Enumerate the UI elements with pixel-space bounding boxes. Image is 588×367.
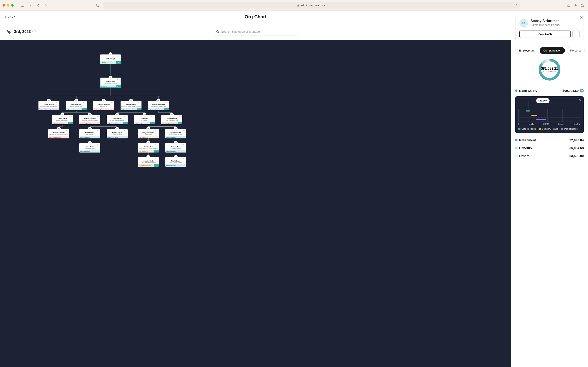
node-icons: ▦ ⋯ xyxy=(97,116,100,117)
close-panel-button[interactable] xyxy=(579,15,584,20)
tab-personal[interactable]: Personal xyxy=(567,47,585,54)
new-tab-icon[interactable] xyxy=(573,2,579,8)
profile-name: Stacey A Hartman xyxy=(530,19,560,23)
org-node-jm[interactable]: JM▦ ⋯Jennifer MataSenior Director of Dat… xyxy=(138,143,159,152)
close-chart-button[interactable] xyxy=(579,99,582,102)
node-reports-badge[interactable]: 19 » xyxy=(116,85,120,87)
node-dept: Executive xyxy=(100,61,116,64)
node-role: Machine Learning Operations Engineer xyxy=(49,134,68,135)
org-node-jr[interactable]: JR▦ ⋯Jeremiah ReynoldsDirector of Produc… xyxy=(79,115,100,124)
back-button[interactable]: BACK xyxy=(4,15,16,18)
reload-icon[interactable] xyxy=(514,3,518,7)
dropdown-icon[interactable] xyxy=(27,2,33,8)
node-role: Senior Director of Data Feeds xyxy=(149,106,168,107)
org-node-th[interactable]: TH▦ ⋯Tina HubbardSenior Software Enginee… xyxy=(165,157,186,167)
node-reports-badge[interactable]: 8 » xyxy=(137,108,142,110)
org-node-sw[interactable]: SW▦ ⋯Sharon WuIT ManagerEngineering IT1 … xyxy=(134,115,155,124)
org-node-md[interactable]: MD▦ ⋯Maria DuncanSales Engineer IIEngine… xyxy=(79,129,100,138)
maximize-window[interactable] xyxy=(11,4,14,7)
node-avatar: JC xyxy=(109,52,112,56)
minimize-window[interactable] xyxy=(7,4,9,7)
row-base-salary[interactable]: Base Salary $69,994.69 xyxy=(515,86,584,95)
node-name: Tina Hubbard xyxy=(166,160,185,162)
node-icons: ▦ ⋯ xyxy=(124,116,127,117)
close-window[interactable] xyxy=(3,4,5,7)
node-icons: ▦ ⋯ xyxy=(138,101,141,103)
row-benefits[interactable]: Benefits $6,094.68 xyxy=(515,144,584,152)
org-node-aj[interactable]: AJ▦ ⋯Ashley JohnsonChief Information Sec… xyxy=(38,101,60,110)
node-icons: ▦ ⋯ xyxy=(56,101,59,103)
node-reports-badge[interactable]: 6 » xyxy=(164,108,169,110)
svg-rect-0 xyxy=(21,4,24,7)
donut-label: 2023 Rewards xyxy=(543,70,556,73)
org-chart-canvas[interactable]: JC▦ ⋯John CochranFounder and CEOExecutiv… xyxy=(0,40,511,367)
org-node-gb[interactable]: GB▦ ⋯Gregory BrownDirector of Engineerin… xyxy=(66,101,87,110)
node-avatar: MD xyxy=(88,127,92,131)
org-node-je[interactable]: JE▦ ⋯Jennifer EdwardsMachine Learning Op… xyxy=(48,129,69,138)
node-reports-badge[interactable]: 6 » xyxy=(178,122,182,124)
row-others[interactable]: Others $3,500.00 xyxy=(515,152,584,160)
node-icons: ▦ ⋯ xyxy=(179,116,182,117)
node-avatar: SW xyxy=(143,113,146,117)
org-node-jc[interactable]: JC▦ ⋯John CochranFounder and CEOExecutiv… xyxy=(100,54,121,64)
org-node-sr[interactable]: SR▦ ⋯Sharon RuizChief Technology Officer… xyxy=(100,77,121,88)
node-avatar: JM xyxy=(146,141,150,145)
node-dept: Engineering Science xyxy=(52,122,68,124)
node-avatar: SR xyxy=(115,113,119,117)
node-icons: ▦ ⋯ xyxy=(117,55,120,57)
node-name: Spencer Rodriguez xyxy=(149,104,168,105)
node-name: Maria Duncan xyxy=(80,132,99,133)
org-node-sm[interactable]: SM▦ ⋯Sarah MartinezDirector of Product, … xyxy=(120,101,142,110)
search-input[interactable] xyxy=(213,28,298,35)
url-bar[interactable]: admin.sequoia.com xyxy=(102,2,520,8)
row-retirement[interactable]: Retirement $2,099.84 xyxy=(515,136,584,144)
node-role: Sales Engineer II xyxy=(80,134,99,135)
nav-forward-icon[interactable] xyxy=(43,2,49,8)
org-node-mh[interactable]: MH▦ ⋯Marisa HughesSales Engineer IIEngin… xyxy=(107,129,128,138)
node-reports-badge[interactable]: 4 » xyxy=(82,108,87,110)
org-node-sp[interactable]: SR▦ ⋯Spencer RodriguezSenior Director of… xyxy=(148,101,169,110)
sidebar-toggle-icon[interactable] xyxy=(20,2,26,8)
org-node-ts[interactable]: TS▦ ⋯Tanya SpencerVP of Engineering - Da… xyxy=(161,115,182,124)
org-node-sr2[interactable]: SR▦ ⋯Sara RobbinsSenior Engineering Mana… xyxy=(107,115,128,124)
org-node-mm[interactable]: MM▦ ⋯Melissa MoonSoftware Engineer IIEng… xyxy=(165,143,186,152)
node-role: Director of Product, Corporate xyxy=(80,120,99,121)
view-profile-button[interactable]: View Profile xyxy=(520,31,571,38)
tab-compensation[interactable]: Compensation xyxy=(540,47,565,54)
tab-employment[interactable]: Employment xyxy=(515,47,538,54)
node-reports-badge[interactable]: 1 » xyxy=(150,122,155,124)
nav-back-icon[interactable] xyxy=(35,2,41,8)
node-avatar: JR xyxy=(88,113,92,117)
more-actions-button[interactable] xyxy=(572,31,580,38)
node-reports-badge[interactable]: 1 » xyxy=(68,122,73,124)
org-node-sh[interactable]: SH▦ ⋯Samantha HunterSenior Engineering M… xyxy=(138,157,159,167)
node-reports-badge[interactable]: 8 » xyxy=(154,164,159,167)
org-node-cm[interactable]: CM▦ ⋯Cheyenne MayersStaff EngineerData E… xyxy=(138,129,159,138)
node-reports-badge[interactable]: 11 » xyxy=(116,61,121,64)
node-reports-badge[interactable]: 4 » xyxy=(154,150,159,152)
value-bubble: $69.99K xyxy=(536,98,550,103)
toolbar: Apr 3rd, 2023 i xyxy=(0,23,511,40)
org-node-sb[interactable]: SB▦ ⋯Sarah BoyerSoftware Engineer IIIEng… xyxy=(79,143,100,152)
org-node-jj[interactable]: JJ▦ ⋯Jonathan JeffersonData ScientistEng… xyxy=(93,101,114,110)
search-icon xyxy=(216,30,219,33)
node-dept: Engineering Sales xyxy=(165,164,186,167)
org-node-dp[interactable]: DP▦ ⋯Dalton PetersDirector of Engineerin… xyxy=(52,115,73,124)
market-range-bar xyxy=(536,119,546,120)
tabs-icon[interactable] xyxy=(579,2,585,8)
node-avatar: SR xyxy=(156,99,160,102)
search-field[interactable] xyxy=(221,30,295,33)
node-role: Director of Product, Edison E-Receipts xyxy=(121,106,141,107)
node-icons: ▦ ⋯ xyxy=(97,130,100,131)
share-icon[interactable] xyxy=(566,2,572,8)
shield-icon[interactable] xyxy=(95,2,101,8)
status-ok-icon xyxy=(580,89,584,92)
node-role: Software Engineer III xyxy=(80,148,99,149)
node-reports-badge[interactable]: 3 » xyxy=(123,122,128,124)
info-icon[interactable]: i xyxy=(33,30,35,33)
lock-icon xyxy=(297,4,299,7)
node-dept: Data Engineering xyxy=(138,136,159,138)
org-node-cr[interactable]: CR▦ ⋯Cynthia RichardsSenior Software Eng… xyxy=(165,129,186,138)
node-dept: Data Engineering xyxy=(138,150,154,152)
node-dept: Engineering Analytics xyxy=(138,164,154,167)
